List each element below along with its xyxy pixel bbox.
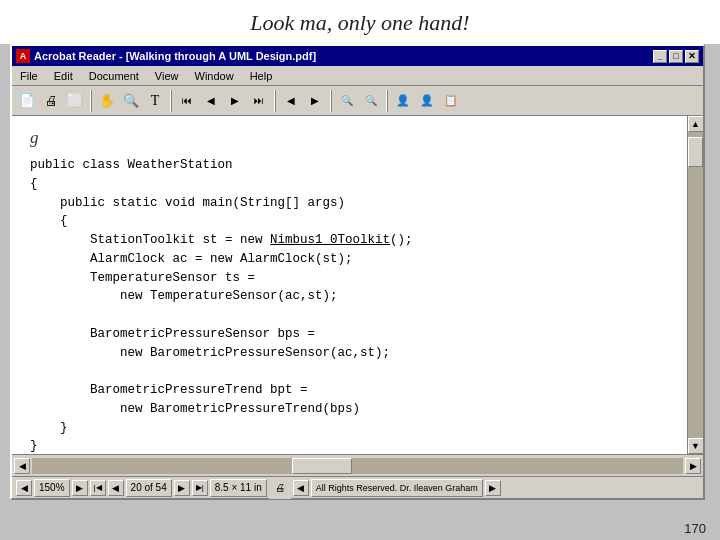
code-block: public class WeatherStation { public sta… xyxy=(30,156,669,454)
separator-4 xyxy=(330,90,332,112)
status-scroll-right[interactable]: ▶ xyxy=(485,480,501,496)
pdf-viewport: g public class WeatherStation { public s… xyxy=(12,116,687,454)
menu-bar: File Edit Document View Window Help xyxy=(12,66,703,86)
print-icon[interactable]: 🖨 xyxy=(40,90,62,112)
minimize-button[interactable]: _ xyxy=(653,50,667,63)
code-line-16: } xyxy=(30,437,669,454)
first-page-icon[interactable]: ⏮ xyxy=(176,90,198,112)
scroll-thumb-v[interactable] xyxy=(688,137,703,167)
scroll-down-button[interactable]: ▼ xyxy=(688,438,704,454)
page-label: g xyxy=(30,128,669,148)
menu-file[interactable]: File xyxy=(16,68,46,84)
forward-icon[interactable]: ▶ xyxy=(304,90,326,112)
find-icon[interactable]: 👤 xyxy=(392,90,414,112)
page-info-display: 20 of 54 xyxy=(126,479,172,497)
code-line-11: new BarometricPressureSensor(ac,st); xyxy=(30,344,669,363)
code-line-14: new BarometricPressureTrend(bps) xyxy=(30,400,669,419)
print2-icon[interactable]: ⬜ xyxy=(64,90,86,112)
code-line-15: } xyxy=(30,419,669,438)
last-page-icon[interactable]: ⏭ xyxy=(248,90,270,112)
code-line-9 xyxy=(30,306,669,325)
zoom-in-icon[interactable]: 🔍 xyxy=(336,90,358,112)
code-line-5: StationToolkit st = new Nimbus1_0Toolkit… xyxy=(30,231,669,250)
code-line-8: new TemperatureSensor(ac,st); xyxy=(30,287,669,306)
status-scroll-left[interactable]: ◀ xyxy=(293,480,309,496)
next-page-icon[interactable]: ▶ xyxy=(224,90,246,112)
copyright-display: All Rights Reserved. Dr. Ileaven Graham xyxy=(311,479,483,497)
separator-1 xyxy=(90,90,92,112)
toolbar: 📄 🖨 ⬜ ✋ 🔍 T ⏮ ◀ ▶ ⏭ ◀ ▶ 🔍 🔍 👤 👤 📋 xyxy=(12,86,703,116)
separator-5 xyxy=(386,90,388,112)
menu-edit[interactable]: Edit xyxy=(46,68,81,84)
zoom-out-icon[interactable]: 🔍 xyxy=(360,90,382,112)
zoom-icon[interactable]: 🔍 xyxy=(120,90,142,112)
scroll-left-button[interactable]: ◀ xyxy=(14,458,30,474)
close-button[interactable]: ✕ xyxy=(685,50,699,63)
status-first-button[interactable]: |◀ xyxy=(90,480,106,496)
slide-page-number: 170 xyxy=(684,521,706,536)
attach-icon[interactable]: 📋 xyxy=(440,90,462,112)
hand-tool-icon[interactable]: ✋ xyxy=(96,90,118,112)
vertical-scrollbar: ▲ ▼ xyxy=(687,116,703,454)
code-line-4: { xyxy=(30,212,669,231)
menu-help[interactable]: Help xyxy=(242,68,281,84)
menu-view[interactable]: View xyxy=(147,68,187,84)
window-title: Acrobat Reader - [Walking through A UML … xyxy=(34,50,653,62)
scroll-right-button[interactable]: ▶ xyxy=(685,458,701,474)
status-page-next-button[interactable]: ▶ xyxy=(174,480,190,496)
code-line-13: BarometricPressureTrend bpt = xyxy=(30,381,669,400)
slide-title-text: Look ma, only one hand! xyxy=(250,10,469,36)
code-line-10: BarometricPressureSensor bps = xyxy=(30,325,669,344)
menu-document[interactable]: Document xyxy=(81,68,147,84)
window-controls: _ □ ✕ xyxy=(653,50,699,63)
menu-window[interactable]: Window xyxy=(187,68,242,84)
status-next-button[interactable]: ▶ xyxy=(72,480,88,496)
scroll-thumb-h[interactable] xyxy=(292,458,352,474)
content-area: g public class WeatherStation { public s… xyxy=(12,116,703,454)
code-line-3: public static void main(String[] args) xyxy=(30,194,669,213)
code-line-12 xyxy=(30,362,669,381)
horizontal-scrollbar: ◀ ▶ xyxy=(12,454,703,476)
app-icon: A xyxy=(16,49,30,63)
code-line-6: AlarmClock ac = new AlarmClock(st); xyxy=(30,250,669,269)
status-icon: 🖨 xyxy=(269,477,291,499)
status-bar: ◀ 150% ▶ |◀ ◀ 20 of 54 ▶ ▶| 8.5 × 11 in … xyxy=(12,476,703,498)
back-icon[interactable]: ◀ xyxy=(280,90,302,112)
separator-2 xyxy=(170,90,172,112)
scroll-track-v[interactable] xyxy=(688,132,703,438)
code-line-7: TemperatureSensor ts = xyxy=(30,269,669,288)
title-bar: A Acrobat Reader - [Walking through A UM… xyxy=(12,46,703,66)
status-last-button[interactable]: ▶| xyxy=(192,480,208,496)
prev-page-icon[interactable]: ◀ xyxy=(200,90,222,112)
text-tool-icon[interactable]: T xyxy=(144,90,166,112)
open-icon[interactable]: 📄 xyxy=(16,90,38,112)
separator-3 xyxy=(274,90,276,112)
bookmark-icon[interactable]: 👤 xyxy=(416,90,438,112)
scroll-track-h[interactable] xyxy=(32,458,683,474)
slide-title: Look ma, only one hand! xyxy=(0,0,720,44)
page-size-display: 8.5 × 11 in xyxy=(210,479,267,497)
code-line-1: public class WeatherStation xyxy=(30,156,669,175)
acrobat-window: A Acrobat Reader - [Walking through A UM… xyxy=(10,44,705,500)
status-prev-button[interactable]: ◀ xyxy=(16,480,32,496)
restore-button[interactable]: □ xyxy=(669,50,683,63)
status-page-prev-button[interactable]: ◀ xyxy=(108,480,124,496)
zoom-display: 150% xyxy=(34,479,70,497)
code-line-2: { xyxy=(30,175,669,194)
scroll-up-button[interactable]: ▲ xyxy=(688,116,704,132)
